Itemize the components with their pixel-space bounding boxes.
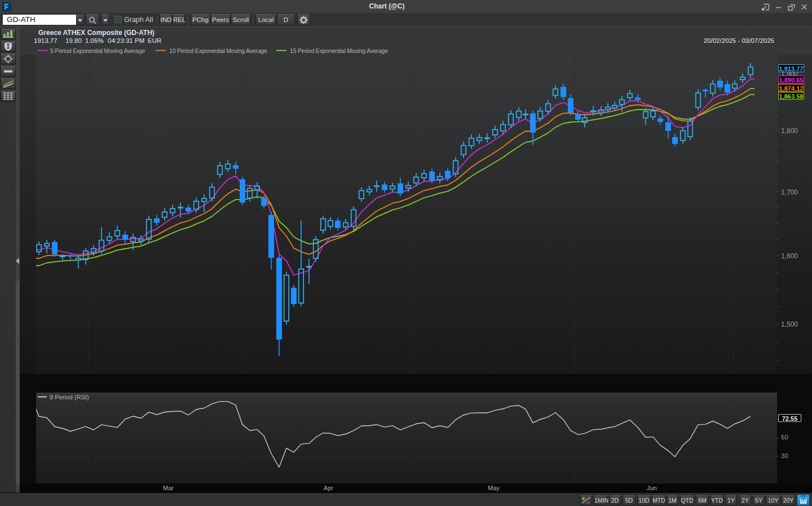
svg-text:31: 31	[801, 499, 806, 504]
